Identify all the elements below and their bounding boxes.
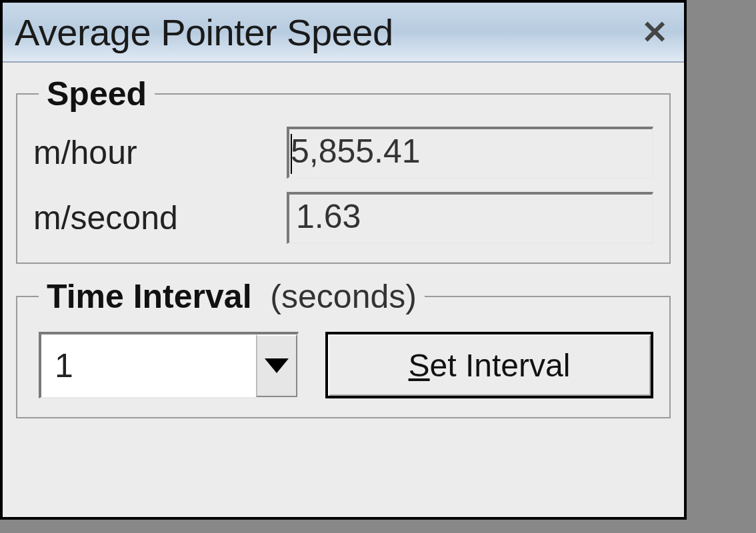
label-m-per-hour: m/hour: [33, 133, 287, 172]
speed-group: Speed m/hour 5,855.41 m/second 1.63: [16, 75, 671, 264]
time-interval-legend: Time Interval (seconds): [39, 277, 425, 316]
row-m-per-hour: m/hour 5,855.41: [33, 127, 653, 179]
field-m-per-second[interactable]: 1.63: [287, 192, 653, 244]
combo-dropdown-button[interactable]: [256, 334, 297, 397]
field-m-per-hour[interactable]: 5,855.41: [287, 127, 653, 179]
chevron-down-icon: [265, 358, 289, 373]
label-m-per-second: m/second: [33, 199, 287, 237]
set-interval-button[interactable]: Set Interval: [325, 332, 653, 398]
title-bar[interactable]: Average Pointer Speed ✕: [3, 3, 684, 63]
interval-value[interactable]: 1: [41, 334, 256, 397]
close-icon[interactable]: ✕: [641, 13, 671, 51]
value-m-per-second: 1.63: [296, 198, 361, 235]
interval-combobox[interactable]: 1: [39, 332, 299, 398]
window-title: Average Pointer Speed: [15, 11, 393, 54]
client-area: Speed m/hour 5,855.41 m/second 1.63 Time…: [3, 63, 684, 445]
dialog-window: Average Pointer Speed ✕ Speed m/hour 5,8…: [0, 0, 687, 520]
speed-legend: Speed: [39, 75, 155, 113]
row-m-per-second: m/second 1.63: [33, 192, 653, 244]
interval-row: 1 Set Interval: [33, 329, 653, 398]
time-interval-group: Time Interval (seconds) 1 Set Interval: [16, 277, 671, 418]
value-m-per-hour: 5,855.41: [291, 133, 421, 170]
